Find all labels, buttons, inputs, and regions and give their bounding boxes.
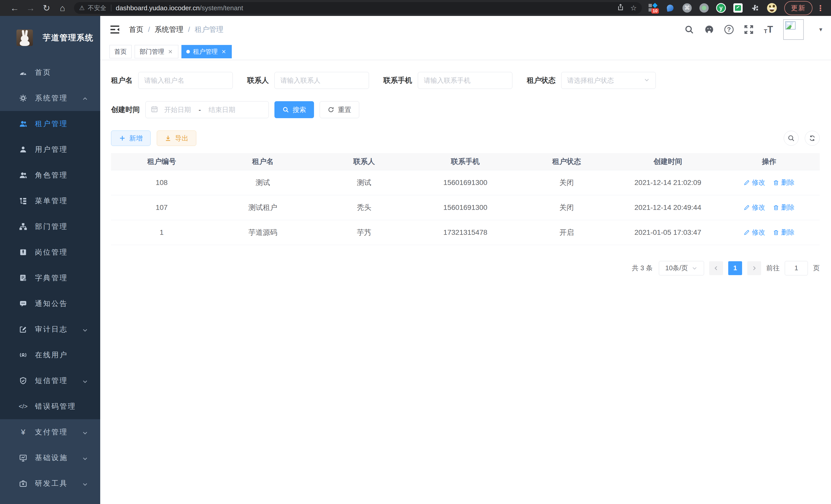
cell-tenant-name: 测试租户 <box>212 195 314 220</box>
chevron-down-icon <box>691 265 698 271</box>
refresh-table-button[interactable] <box>805 131 820 146</box>
edit-pencil-icon <box>744 229 750 236</box>
tab-dept[interactable]: 部门管理 <box>135 45 178 58</box>
app-logo-row[interactable]: 芋道管理系统 <box>0 16 100 60</box>
font-size-icon[interactable]: TT <box>764 25 773 34</box>
breadcrumb-home[interactable]: 首页 <box>129 25 143 34</box>
delete-link[interactable]: 删除 <box>773 228 795 237</box>
address-bar[interactable]: ⚠ 不安全 dashboard.yudao.iocoder.cn/system/… <box>74 2 642 14</box>
date-range-picker[interactable]: 开始日期 - 结束日期 <box>145 101 269 118</box>
sidebar-item-online-user[interactable]: 在线用户 <box>0 342 100 368</box>
sidebar-item-label: 在线用户 <box>35 350 68 360</box>
sidebar-item-payment[interactable]: ¥ 支付管理 <box>0 419 100 445</box>
search-icon[interactable] <box>684 25 694 34</box>
sidebar-item-sms[interactable]: 短信管理 <box>0 368 100 393</box>
sidebar-item-error-code[interactable]: </> 错误码管理 <box>0 393 100 419</box>
extensions-puzzle-icon[interactable] <box>749 2 761 13</box>
search-button[interactable]: 搜索 <box>275 101 314 118</box>
sidebar-item-role[interactable]: 角色管理 <box>0 162 100 188</box>
sidebar-item-home[interactable]: 首页 <box>0 60 100 85</box>
extension-y-icon[interactable]: y <box>715 2 727 13</box>
table-row: 107 测试租户 秃头 15601691300 关闭 2021-12-14 20… <box>111 195 820 220</box>
sidebar-item-notice[interactable]: 通知公告 <box>0 291 100 317</box>
page-number-button[interactable]: 1 <box>728 261 742 275</box>
edit-link[interactable]: 修改 <box>744 178 765 187</box>
add-button[interactable]: 新增 <box>111 130 150 146</box>
mobile-label: 联系手机 <box>383 76 412 85</box>
sidebar-item-dev-tools[interactable]: 研发工具 <box>0 471 100 496</box>
extension-record-icon[interactable] <box>698 2 710 13</box>
fullscreen-icon[interactable] <box>744 25 754 34</box>
sidebar-item-audit-log[interactable]: 审计日志 <box>0 317 100 342</box>
edit-link[interactable]: 修改 <box>744 203 765 212</box>
sidebar-item-post[interactable]: 岗位管理 <box>0 239 100 265</box>
code-icon: </> <box>19 402 27 411</box>
cell-mobile: 17321315478 <box>415 220 516 245</box>
sidebar-item-user[interactable]: 用户管理 <box>0 137 100 162</box>
sidebar-item-system[interactable]: 系统管理 <box>0 85 100 111</box>
contact-input[interactable] <box>275 72 369 89</box>
browser-menu-icon[interactable]: ⋮ <box>816 4 824 12</box>
sidebar-collapse-icon[interactable] <box>110 24 120 35</box>
delete-link[interactable]: 删除 <box>773 178 795 187</box>
breadcrumb-system[interactable]: 系统管理 <box>155 25 183 34</box>
delete-link[interactable]: 删除 <box>773 203 795 212</box>
sidebar-item-label: 首页 <box>35 67 51 77</box>
user-icon <box>19 145 27 154</box>
extension-balloon-icon[interactable] <box>664 2 676 13</box>
sidebar-item-label: 基础设施 <box>35 453 68 463</box>
add-button-label: 新增 <box>129 134 143 143</box>
extension-command-icon[interactable]: ⌘ <box>682 2 693 13</box>
sidebar-item-dept[interactable]: 部门管理 <box>0 214 100 239</box>
sidebar-item-dict[interactable]: 字典管理 <box>0 265 100 291</box>
dictionary-icon <box>19 274 27 282</box>
chevron-down-icon <box>82 326 88 332</box>
created-time-label: 创建时间 <box>111 105 140 115</box>
bookmark-star-icon[interactable]: ☆ <box>630 4 637 12</box>
plus-icon <box>119 135 126 142</box>
cell-contact: 测试 <box>314 170 415 195</box>
sidebar-item-label: 系统管理 <box>35 93 68 103</box>
help-icon[interactable]: ? <box>724 25 734 34</box>
table-row: 108 测试 测试 15601691300 关闭 2021-12-14 21:0… <box>111 170 820 195</box>
profile-avatar[interactable] <box>766 2 778 13</box>
avatar-caret-down-icon[interactable]: ▼ <box>818 27 823 33</box>
chrome-update-button[interactable]: 更新 <box>784 1 812 15</box>
tab-close-icon[interactable] <box>221 49 227 55</box>
date-separator: - <box>199 106 201 114</box>
col-status: 租户状态 <box>516 153 617 170</box>
chevron-down-icon <box>82 378 88 384</box>
sidebar-item-menu[interactable]: 菜单管理 <box>0 188 100 214</box>
browser-home-icon[interactable]: ⌂ <box>55 3 70 13</box>
extension-badged-icon[interactable]: 10 <box>648 2 659 13</box>
toggle-search-button[interactable] <box>784 131 799 146</box>
browser-back-icon[interactable]: ← <box>7 3 23 13</box>
reset-button[interactable]: 重置 <box>320 101 359 118</box>
edit-link[interactable]: 修改 <box>744 228 765 237</box>
browser-forward-icon[interactable]: → <box>23 3 38 13</box>
browser-reload-icon[interactable]: ↻ <box>38 3 55 13</box>
user-avatar[interactable] <box>783 19 804 40</box>
export-button[interactable]: 导出 <box>157 130 196 146</box>
extension-chat-icon[interactable] <box>732 2 744 13</box>
mobile-input[interactable] <box>418 72 512 89</box>
tab-tenant[interactable]: 租户管理 <box>181 45 232 58</box>
command-icon: ⌘ <box>683 3 692 12</box>
share-icon[interactable] <box>617 4 624 12</box>
status-select[interactable]: 请选择租户状态 <box>561 72 656 89</box>
sidebar-item-infrastructure[interactable]: 基础设施 <box>0 445 100 471</box>
prev-page-button[interactable] <box>709 261 723 275</box>
tenant-name-input[interactable] <box>138 72 233 89</box>
tab-label: 租户管理 <box>193 48 218 56</box>
goto-page-input[interactable] <box>785 261 808 275</box>
cell-created: 2021-12-14 21:02:09 <box>617 170 718 195</box>
tab-close-icon[interactable] <box>167 49 173 55</box>
next-page-button[interactable] <box>747 261 761 275</box>
tab-home[interactable]: 首页 <box>110 45 132 58</box>
update-label: 更新 <box>791 4 806 12</box>
sidebar-item-tenant[interactable]: 租户管理 <box>0 111 100 137</box>
cell-created: 2021-12-14 20:49:44 <box>617 195 718 220</box>
page-size-select[interactable]: 10条/页 <box>659 261 704 275</box>
header-actions: ? TT ▼ <box>684 19 823 40</box>
github-icon[interactable] <box>704 25 714 34</box>
